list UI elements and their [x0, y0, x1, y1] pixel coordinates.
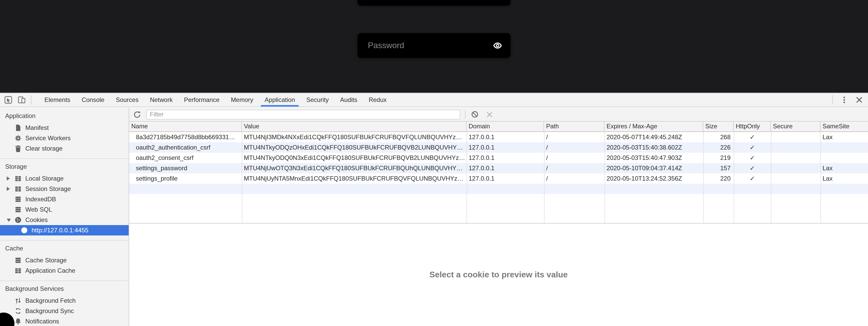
column-header-name[interactable]: Name: [129, 121, 242, 131]
toolbar-divider: [465, 110, 466, 118]
sidebar-item-label: Session Storage: [25, 185, 71, 192]
cell-domain: 127.0.0.1: [467, 163, 544, 173]
close-devtools-icon[interactable]: [856, 96, 863, 104]
sidebar-item-background-fetch[interactable]: Background Fetch: [0, 296, 129, 306]
column-divider[interactable]: [771, 132, 771, 223]
column-divider[interactable]: [703, 132, 704, 223]
sidebar-item-label: Web SQL: [25, 206, 52, 213]
sidebar-item-application-cache[interactable]: Application Cache: [0, 266, 129, 276]
sidebar-item-service-workers[interactable]: Service Workers: [0, 133, 129, 143]
sidebar-item-cookie-host[interactable]: http://127.0.0.1:4455: [0, 225, 129, 236]
column-header-domain[interactable]: Domain: [467, 121, 544, 131]
column-divider[interactable]: [604, 132, 605, 223]
device-toolbar-icon[interactable]: [18, 96, 26, 104]
cell-domain: 127.0.0.1: [467, 132, 544, 142]
sidebar-item-background-sync[interactable]: Background Sync: [0, 306, 129, 316]
cookie-row[interactable]: oauth2_consent_csrf MTU4NTkyODQ0N3xEdi1C…: [129, 153, 868, 163]
cookies-panel: Name Value Domain Path Expires / Max-Age…: [129, 108, 868, 326]
sidebar-item-notifications[interactable]: Notifications: [0, 316, 129, 326]
filter-input[interactable]: [146, 109, 460, 119]
block-icon[interactable]: [471, 111, 478, 118]
column-header-value[interactable]: Value: [242, 121, 467, 131]
tab-security[interactable]: Security: [301, 93, 335, 107]
sidebar-item-clear-storage[interactable]: Clear storage: [0, 143, 129, 154]
cell-size: 219: [703, 153, 734, 163]
preview-placeholder-text: Select a cookie to preview its value: [429, 270, 567, 279]
sidebar-item-indexeddb[interactable]: IndexedDB: [0, 194, 129, 205]
column-header-secure[interactable]: Secure: [771, 121, 820, 131]
column-divider[interactable]: [544, 132, 545, 223]
column-header-path[interactable]: Path: [544, 121, 604, 131]
column-divider[interactable]: [820, 132, 821, 223]
document-icon: [14, 124, 22, 131]
cell-samesite: Lax: [820, 163, 868, 173]
cell-samesite: [820, 153, 868, 163]
chevron-down-icon[interactable]: [7, 219, 11, 222]
gear-icon: [14, 135, 22, 142]
cookie-row[interactable]: 8a3d27185b49d7758d8bb669331… MTU4NjI3MDk…: [129, 132, 868, 142]
cookies-toolbar: [129, 108, 868, 121]
sidebar-item-label: Notifications: [25, 318, 59, 325]
column-header-samesite[interactable]: SameSite: [820, 121, 868, 131]
toolbar-divider: [31, 95, 32, 105]
column-divider[interactable]: [467, 132, 467, 223]
tab-elements[interactable]: Elements: [39, 93, 76, 107]
sidebar-item-web-sql[interactable]: Web SQL: [0, 205, 129, 215]
cell-domain: 127.0.0.1: [467, 173, 544, 184]
column-header-httponly[interactable]: HttpOnly: [734, 121, 771, 131]
password-input[interactable]: [358, 41, 493, 50]
more-options-icon[interactable]: [840, 96, 848, 104]
database-icon: [14, 196, 22, 203]
cookie-row[interactable]: settings_profile MTU4NjUyNTA5MnxEdi1CQkF…: [129, 173, 868, 184]
sidebar-item-local-storage[interactable]: Local Storage: [0, 173, 129, 184]
table-icon: [14, 267, 22, 274]
devtools-tabbar: Elements Console Sources Network Perform…: [0, 93, 868, 107]
cell-value: MTU4NjUyNTA5MnxEdi1CQkFFQ180SUFBUkFCRUFB…: [242, 173, 467, 184]
cell-name: 8a3d27185b49d7758d8bb669331…: [129, 132, 242, 142]
chevron-right-icon[interactable]: [7, 187, 10, 191]
tab-memory[interactable]: Memory: [225, 93, 259, 107]
tab-audits[interactable]: Audits: [334, 93, 363, 107]
column-header-size[interactable]: Size: [703, 121, 734, 131]
sidebar-item-label: Clear storage: [25, 145, 63, 152]
cell-secure: [771, 163, 820, 173]
tab-sources[interactable]: Sources: [110, 93, 144, 107]
clear-icon[interactable]: [486, 111, 493, 118]
sidebar-item-cookies[interactable]: Cookies: [0, 215, 129, 225]
database-icon: [14, 206, 22, 213]
inspect-element-icon[interactable]: [4, 96, 12, 104]
tab-redux[interactable]: Redux: [363, 93, 392, 107]
username-field[interactable]: [358, 0, 510, 6]
table-icon: [14, 175, 22, 182]
tab-console[interactable]: Console: [76, 93, 110, 107]
cell-name: settings_profile: [129, 173, 242, 184]
cell-secure: [771, 132, 820, 142]
column-divider[interactable]: [242, 132, 242, 223]
webpage-background: [0, 0, 868, 92]
cookie-table-body: 8a3d27185b49d7758d8bb669331… MTU4NjI3MDk…: [129, 132, 868, 223]
column-divider[interactable]: [734, 132, 734, 223]
cookie-row[interactable]: oauth2_authentication_csrf MTU4NTkyODQzO…: [129, 142, 868, 153]
refresh-icon[interactable]: [133, 110, 141, 118]
eye-icon[interactable]: [493, 41, 502, 50]
cell-httponly: ✓: [734, 132, 771, 142]
cell-name: oauth2_consent_csrf: [129, 153, 242, 163]
tab-application[interactable]: Application: [259, 93, 301, 107]
column-header-expires[interactable]: Expires / Max-Age: [604, 121, 703, 131]
sidebar-item-manifest[interactable]: Manifest: [0, 123, 129, 133]
section-title: Cache: [0, 242, 129, 255]
password-field[interactable]: [358, 33, 510, 58]
cell-samesite: [820, 142, 868, 153]
application-sidebar: Application Manifest: [0, 108, 129, 326]
cell-expires: 2020-05-10T13:24:52.356Z: [604, 173, 703, 184]
sidebar-item-session-storage[interactable]: Session Storage: [0, 184, 129, 194]
cookie-row[interactable]: settings_password MTU4NjUwOTQ3N3xEdi1CQk…: [129, 163, 868, 173]
sidebar-section-cache: Cache Cache Storage: [0, 240, 129, 276]
tab-network[interactable]: Network: [144, 93, 178, 107]
database-icon: [14, 257, 22, 264]
tab-performance[interactable]: Performance: [178, 93, 225, 107]
sidebar-item-label: Cache Storage: [25, 257, 67, 264]
chevron-right-icon[interactable]: [7, 176, 10, 181]
cell-domain: 127.0.0.1: [467, 142, 544, 153]
sidebar-item-cache-storage[interactable]: Cache Storage: [0, 255, 129, 266]
